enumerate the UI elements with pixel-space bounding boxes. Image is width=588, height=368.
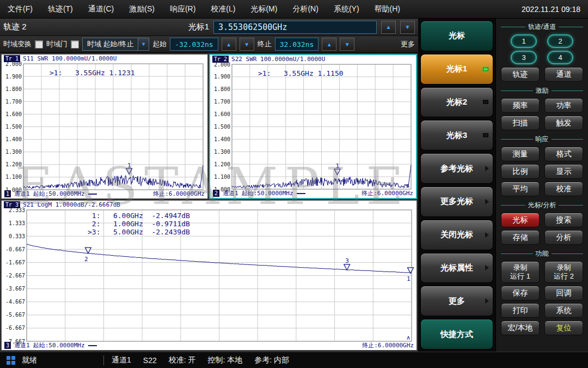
softkey-marker2[interactable]: 光标2: [420, 87, 493, 118]
time-transform-checkbox[interactable]: [35, 40, 43, 49]
group-function-label: 功能: [501, 249, 583, 258]
menu-response[interactable]: 响应(R): [162, 0, 203, 18]
stop-up-button[interactable]: ▲: [322, 38, 336, 51]
plot-window-3[interactable]: 2.3331.3330.333-0.667-1.667-2.667-3.667-…: [1, 200, 417, 351]
plot-window-2[interactable]: 2.0001.9001.8001.7001.6001.5001.4001.300…: [209, 54, 417, 199]
softkey-more[interactable]: 更多: [420, 286, 493, 316]
scale-button[interactable]: 比例: [501, 164, 540, 179]
macro-local-button[interactable]: 宏/本地: [501, 321, 540, 335]
menu-channel[interactable]: 通道(C): [81, 0, 121, 18]
svg-text:1.800: 1.800: [214, 86, 230, 92]
start-down-button[interactable]: ▼: [240, 38, 254, 51]
select-2-button[interactable]: 2: [547, 34, 573, 48]
marker-up-button[interactable]: ▲: [381, 21, 396, 34]
softkey-marker1[interactable]: 光标1: [420, 54, 493, 85]
window-number-chip: 2: [213, 190, 219, 197]
display-button[interactable]: 显示: [544, 164, 583, 179]
start-up-button[interactable]: ▲: [222, 38, 236, 51]
select-1-button[interactable]: 1: [511, 34, 537, 48]
hardkey-panel: 轨迹/通道 1 2 3 4 轨迹 通道 激励 频率 功率 扫描 触发 响: [495, 19, 588, 352]
marker-triangle[interactable]: [85, 248, 91, 254]
menu-help[interactable]: 帮助(H): [367, 0, 408, 18]
sweep-stop-label: 终止:6.00000GHz: [362, 189, 413, 197]
up-arrow-icon: ▲: [386, 24, 391, 30]
marker-down-button[interactable]: ▼: [400, 21, 415, 34]
status-cal: 校准: 开: [169, 355, 196, 365]
sweep-button[interactable]: 扫描: [501, 116, 540, 130]
softkey-shortcut[interactable]: 快捷方式: [420, 319, 493, 349]
time-domain-toolbar: 时域变换 时域门 时域 起始/终止 ▼ 起始 -32.032ns ▲ ▼ 终止 …: [0, 36, 418, 53]
menu-cal[interactable]: 校准(L): [203, 0, 243, 18]
softkey-marker-properties[interactable]: 光标属性: [420, 253, 493, 283]
trace-scale-label: S22 SWR 100.0000mU/1.0000U: [231, 56, 325, 63]
more-button[interactable]: 更多: [401, 39, 415, 49]
start-value-input[interactable]: -32.032ns: [170, 38, 218, 51]
select-3-button[interactable]: 3: [511, 51, 537, 64]
softkey-close-markers[interactable]: 关闭光标: [420, 220, 493, 250]
marker-triangle[interactable]: [344, 264, 350, 270]
menu-analysis[interactable]: 分析(N): [285, 0, 326, 18]
menu-file[interactable]: 文件(F): [0, 0, 40, 18]
system-button[interactable]: 系统: [544, 303, 583, 318]
stop-value-input[interactable]: 32.032ns: [275, 38, 319, 51]
save-button[interactable]: 保存: [501, 286, 540, 300]
analysis-button[interactable]: 分析: [544, 230, 583, 245]
softkey-marker3[interactable]: 光标3: [420, 120, 493, 150]
menu-trace[interactable]: 轨迹(T): [40, 0, 81, 18]
marker1-value: 3.553062500GHz: [218, 22, 287, 32]
button-line: 运行 1: [510, 272, 530, 281]
record-run2-button[interactable]: 录制 运行 2: [544, 261, 583, 283]
app-grid-icon[interactable]: [7, 356, 15, 365]
display-area: 轨迹 2 光标1 3.553062500GHz ▲ ▼ 时域变换 时域门 时域 …: [0, 19, 418, 352]
marker1-value-input[interactable]: 3.553062500GHz: [213, 21, 377, 34]
channel-label: 通道1: [223, 189, 238, 197]
print-button[interactable]: 打印: [501, 303, 540, 318]
marker-toolbar: 轨迹 2 光标1 3.553062500GHz ▲ ▼: [0, 19, 418, 36]
softkey-more-markers[interactable]: 更多光标: [420, 186, 493, 217]
cal-button[interactable]: 校准: [544, 182, 583, 196]
menu-stimulus[interactable]: 激励(S): [121, 0, 162, 18]
menu-system[interactable]: 系统(Y): [326, 0, 367, 18]
submenu-arrow-icon: [485, 265, 489, 270]
plot-area: 2.0001.9001.8001.7001.6001.5001.4001.300…: [0, 53, 418, 352]
trace-chip: Tr 3: [4, 201, 20, 208]
time-gate-label: 时域门: [46, 39, 68, 49]
window-title: 轨迹 2: [3, 22, 27, 32]
softkey-reference-marker[interactable]: 参考光标: [420, 153, 493, 184]
time-gate-checkbox[interactable]: [71, 40, 79, 49]
svg-text:1.700: 1.700: [5, 99, 22, 105]
measure-button[interactable]: 测量: [501, 147, 540, 161]
led-on-icon: [483, 67, 488, 71]
sweep-start-label: 起始:50.0000MHz: [242, 189, 293, 197]
record-run1-button[interactable]: 录制 运行 1: [501, 261, 540, 283]
recall-button[interactable]: 回调: [544, 286, 583, 300]
channel-button[interactable]: 通道: [544, 67, 583, 82]
freq-button[interactable]: 频率: [501, 98, 540, 113]
svg-text:1.900: 1.900: [214, 74, 230, 80]
softkey-label: 参考光标: [440, 164, 473, 174]
trigger-button[interactable]: 触发: [544, 116, 583, 130]
group-response-label: 响应: [501, 135, 583, 144]
stop-down-button[interactable]: ▼: [340, 38, 354, 51]
select-4-button[interactable]: 4: [547, 51, 573, 64]
time-mode-dropdown[interactable]: 时域 起始/终止 ▼: [82, 38, 149, 51]
storage-button[interactable]: 存储: [501, 230, 540, 245]
stop-value: 32.032ns: [280, 40, 314, 49]
average-button[interactable]: 平均: [501, 182, 540, 196]
format-button[interactable]: 格式: [544, 147, 583, 161]
sweep-stop-label: 终止:6.00000GHz: [153, 190, 205, 198]
plot-header: Tr 1S11 SWR 100.0000mU/1.0000U: [4, 55, 117, 62]
power-button[interactable]: 功率: [544, 98, 583, 113]
menu-marker[interactable]: 光标(M): [243, 0, 285, 18]
trace-button[interactable]: 轨迹: [501, 67, 540, 82]
group-trace-channel-label: 轨迹/通道: [501, 22, 583, 32]
led-off-icon: [483, 100, 488, 104]
clock-datetime: 2022.11.21 09:18: [522, 5, 588, 14]
softkey-title-label: 光标: [449, 31, 465, 41]
marker-readout: 1: 6.00GHz -2.4947dB 2: 1.00GHz -0.9711d…: [88, 212, 190, 236]
marker-button[interactable]: 光标: [501, 213, 540, 227]
plot-window-1[interactable]: 2.0001.9001.8001.7001.6001.5001.4001.300…: [1, 54, 208, 199]
search-button[interactable]: 搜索: [544, 213, 583, 227]
preset-button[interactable]: 复位: [544, 321, 583, 335]
status-control: 控制: 本地: [208, 355, 243, 365]
